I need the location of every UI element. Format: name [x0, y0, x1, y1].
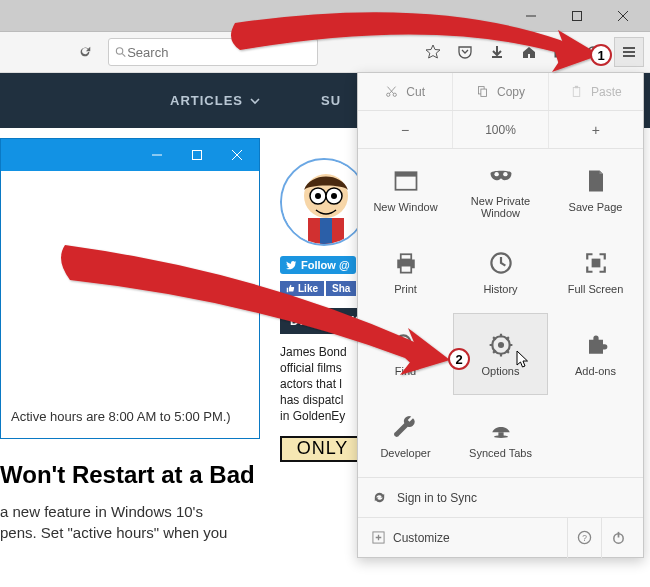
menu-quit-button[interactable] [601, 518, 635, 558]
app-menu-panel: Cut Copy Paste − 100% + New Window New P… [357, 72, 644, 558]
only-badge: ONLY [280, 436, 365, 462]
embedded-dialog-mock: Active hours are 8:00 AM to 5:00 PM.) [0, 138, 260, 439]
gear-icon [487, 331, 515, 359]
menu-new-window[interactable]: New Window [358, 149, 453, 231]
menu-new-private-window[interactable]: New Private Window [453, 149, 548, 231]
downloads-icon[interactable] [482, 37, 512, 67]
hamburger-icon [621, 44, 637, 60]
dialog-footer-note: Active hours are 8:00 AM to 5:00 PM.) [1, 401, 259, 438]
find-icon [392, 331, 420, 359]
svg-point-12 [315, 193, 321, 199]
help-icon: ? [577, 530, 592, 545]
window-maximize-button[interactable] [554, 0, 600, 32]
pocket-icon[interactable] [450, 37, 480, 67]
menu-synced-tabs[interactable]: Synced Tabs [453, 395, 548, 477]
dialog-maximize-button[interactable] [177, 140, 217, 170]
menu-print[interactable]: Print [358, 231, 453, 313]
scissors-icon [385, 85, 398, 98]
search-input[interactable] [127, 45, 311, 60]
svg-point-29 [396, 335, 410, 349]
fb-like-button[interactable]: Like [280, 281, 324, 296]
svg-rect-5 [193, 151, 202, 160]
svg-rect-28 [591, 259, 600, 268]
svg-rect-19 [575, 86, 578, 88]
callout-1: 1 [590, 44, 612, 66]
power-icon [611, 530, 626, 545]
print-icon [392, 249, 420, 277]
menu-cut[interactable]: Cut [358, 73, 452, 110]
svg-point-23 [503, 172, 507, 176]
puzzle-icon [582, 331, 610, 359]
svg-rect-25 [400, 254, 411, 259]
menu-help-button[interactable]: ? [567, 518, 601, 558]
home-icon[interactable] [514, 37, 544, 67]
menu-copy[interactable]: Copy [452, 73, 547, 110]
zoom-level: 100% [452, 111, 547, 148]
svg-rect-8 [320, 218, 332, 246]
svg-text:?: ? [582, 533, 587, 543]
bookmarks-star-icon[interactable] [418, 37, 448, 67]
fb-share-button[interactable]: Sha [326, 281, 356, 296]
browser-toolbar [0, 32, 650, 73]
window-minimize-button[interactable] [508, 0, 554, 32]
callout-2: 2 [448, 348, 470, 370]
chevron-down-icon [249, 95, 261, 107]
svg-rect-0 [573, 11, 582, 20]
svg-point-15 [393, 93, 396, 96]
twitter-follow-button[interactable]: Follow @ [280, 256, 356, 274]
menu-customize[interactable]: Customize [366, 531, 456, 545]
mask-icon [487, 161, 515, 189]
menu-full-screen[interactable]: Full Screen [548, 231, 643, 313]
svg-point-13 [331, 193, 337, 199]
svg-rect-21 [395, 172, 416, 176]
nav-articles-label: ARTICLES [170, 93, 243, 108]
app-menu-button[interactable] [614, 37, 644, 67]
menu-addons[interactable]: Add-ons [548, 313, 643, 395]
svg-point-14 [387, 93, 390, 96]
search-icon [115, 46, 127, 59]
nav-subscribe[interactable]: SU [321, 93, 341, 108]
article-headline: Won't Restart at a Bad [0, 461, 280, 489]
copy-icon [476, 85, 489, 98]
window-icon [392, 167, 420, 195]
search-input-wrapper[interactable] [108, 38, 318, 66]
page-icon [582, 167, 610, 195]
svg-rect-18 [573, 87, 580, 96]
svg-rect-26 [400, 266, 411, 273]
author-avatar [280, 158, 368, 246]
wrench-icon [392, 413, 420, 441]
thumbs-up-icon [286, 284, 295, 293]
menu-developer[interactable]: Developer [358, 395, 453, 477]
fullscreen-icon [582, 249, 610, 277]
window-titlebar [0, 0, 650, 32]
menu-save-page[interactable]: Save Page [548, 149, 643, 231]
svg-rect-3 [555, 47, 559, 57]
sync-circle-icon [372, 490, 387, 505]
history-icon [487, 249, 515, 277]
sidebar-icon[interactable] [546, 37, 576, 67]
zoom-out-button[interactable]: − [358, 111, 452, 148]
twitter-icon [286, 260, 297, 271]
menu-find[interactable]: Find [358, 313, 453, 395]
menu-paste: Paste [548, 73, 643, 110]
mouse-cursor [516, 350, 532, 370]
nav-articles[interactable]: ARTICLES [170, 93, 261, 108]
svg-point-33 [494, 435, 508, 438]
plus-box-icon [372, 531, 385, 544]
reload-button[interactable] [70, 37, 100, 67]
svg-rect-17 [481, 89, 487, 96]
zoom-in-button[interactable]: + [548, 111, 643, 148]
svg-point-1 [116, 47, 122, 53]
article-paragraph: a new feature in Windows 10's pens. Set … [0, 501, 280, 543]
svg-point-22 [494, 172, 498, 176]
menu-history[interactable]: History [453, 231, 548, 313]
dialog-minimize-button[interactable] [137, 140, 177, 170]
synced-tabs-icon [487, 413, 515, 441]
paste-icon [570, 85, 583, 98]
dialog-close-button[interactable] [217, 140, 257, 170]
menu-sign-in-sync[interactable]: Sign in to Sync [358, 477, 643, 517]
svg-point-31 [497, 342, 503, 348]
window-close-button[interactable] [600, 0, 646, 32]
